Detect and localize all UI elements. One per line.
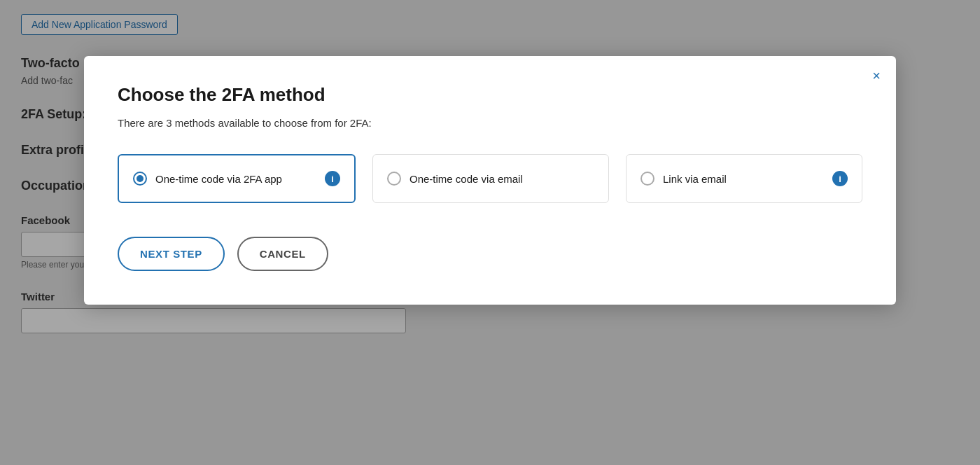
option-app-info-icon[interactable]: i — [325, 171, 340, 186]
modal-subtitle: There are 3 methods available to choose … — [118, 117, 862, 129]
modal-close-button[interactable]: × — [872, 69, 881, 83]
option-email-link-label: Link via email — [663, 173, 727, 185]
option-email-code-label: One-time code via email — [410, 173, 523, 185]
option-app-radio-inner — [136, 175, 144, 182]
option-email-link-info-icon[interactable]: i — [832, 171, 848, 186]
option-app-radio — [133, 172, 147, 186]
option-app-label: One-time code via 2FA app — [155, 173, 282, 185]
option-app[interactable]: One-time code via 2FA app i — [118, 154, 356, 203]
cancel-button[interactable]: CANCEL — [237, 237, 328, 271]
modal-title: Choose the 2FA method — [118, 84, 862, 106]
option-email-code[interactable]: One-time code via email — [372, 154, 609, 203]
choose-2fa-modal: × Choose the 2FA method There are 3 meth… — [84, 56, 896, 305]
next-step-button[interactable]: NEXT STEP — [118, 237, 225, 271]
modal-overlay: × Choose the 2FA method There are 3 meth… — [0, 0, 980, 465]
buttons-row: NEXT STEP CANCEL — [118, 237, 862, 271]
option-email-link-radio — [640, 172, 654, 186]
option-email-link[interactable]: Link via email i — [626, 154, 862, 203]
options-row: One-time code via 2FA app i One-time cod… — [118, 154, 862, 203]
option-email-code-radio — [387, 172, 401, 186]
